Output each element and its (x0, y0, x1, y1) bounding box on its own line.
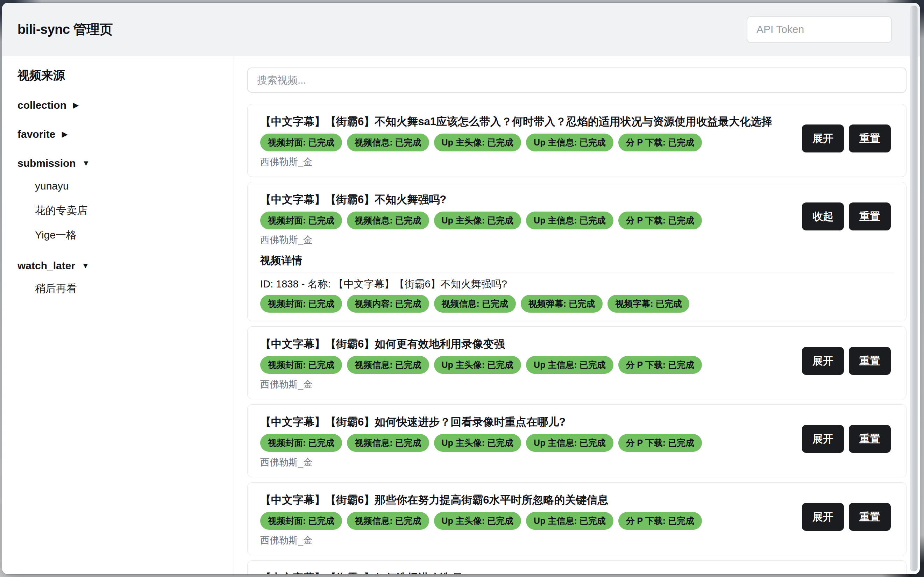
source-children: 稍后再看 (18, 281, 225, 296)
status-badge: 分 P 下载: 已完成 (618, 434, 702, 452)
status-badge: Up 主头像: 已完成 (434, 134, 521, 152)
video-author: 西佛勒斯_金 (260, 456, 893, 469)
status-badge: 视频信息: 已完成 (347, 356, 429, 374)
status-badge: 视频封面: 已完成 (260, 295, 342, 313)
sidebar-item-favorite[interactable]: favorite ▶ (18, 126, 225, 144)
details-id-line: ID: 1838 - 名称: 【中文字幕】【街霸6】不知火舞强吗? (260, 277, 893, 291)
video-list: 【中文字幕】【街霸6】不知火舞sa1应该怎么带入？何时带入？忍焰的适用状况与资源… (247, 104, 906, 574)
status-badge: 视频信息: 已完成 (434, 295, 516, 313)
source-label: collection (18, 99, 66, 111)
source-label: favorite (18, 128, 55, 140)
status-badge: 分 P 下载: 已完成 (618, 211, 702, 229)
sidebar-item-huade[interactable]: 花的专卖店 (18, 203, 225, 218)
video-title: 【中文字幕】【街霸6】不知火舞强吗? (260, 192, 785, 207)
video-card: 【中文字幕】【街霸6】那些你在努力提高街霸6水平时所忽略的关键信息 视频封面: … (247, 482, 906, 555)
status-badge: 视频封面: 已完成 (260, 356, 342, 374)
status-badge: 视频信息: 已完成 (347, 512, 429, 530)
video-title: 【中文字幕】【街霸6】如何选择进攻选项? (260, 571, 785, 574)
video-author: 西佛勒斯_金 (260, 534, 893, 546)
reset-button[interactable]: 重置 (849, 425, 891, 453)
status-badge: Up 主信息: 已完成 (526, 134, 613, 152)
source-group-favorite: favorite ▶ (18, 126, 225, 144)
video-title: 【中文字幕】【街霸6】那些你在努力提高街霸6水平时所忽略的关键信息 (260, 492, 785, 508)
status-badges: 视频封面: 已完成 视频信息: 已完成 Up 主头像: 已完成 Up 主信息: … (260, 211, 893, 229)
video-details: 视频详情 ID: 1838 - 名称: 【中文字幕】【街霸6】不知火舞强吗? 视… (260, 253, 893, 313)
video-title: 【中文字幕】【街霸6】如何快速进步？回看录像时重点在哪儿? (260, 414, 785, 430)
source-group-watch-later: watch_later ▼ 稍后再看 (18, 257, 225, 296)
expand-button[interactable]: 展开 (802, 347, 844, 375)
sidebar-item-watch-later[interactable]: watch_later ▼ (18, 257, 225, 275)
status-badge: Up 主信息: 已完成 (526, 434, 613, 452)
video-card-expanded: 【中文字幕】【街霸6】不知火舞强吗? 视频封面: 已完成 视频信息: 已完成 U… (247, 182, 906, 321)
status-badge: 视频封面: 已完成 (260, 134, 342, 152)
video-title: 【中文字幕】【街霸6】如何更有效地利用录像变强 (260, 337, 785, 352)
chevron-down-icon: ▼ (82, 159, 90, 168)
status-badge: Up 主头像: 已完成 (434, 434, 521, 452)
chevron-right-icon: ▶ (62, 130, 68, 139)
sidebar-heading: 视频来源 (18, 67, 225, 84)
details-status-badges: 视频封面: 已完成 视频内容: 已完成 视频信息: 已完成 视频弹幕: 已完成 … (260, 295, 893, 313)
status-badge: 视频信息: 已完成 (347, 434, 429, 452)
status-badges: 视频封面: 已完成 视频信息: 已完成 Up 主头像: 已完成 Up 主信息: … (260, 356, 893, 374)
status-badge: 分 P 下载: 已完成 (618, 134, 702, 152)
page-title: bili-sync 管理页 (18, 21, 113, 39)
collapse-button[interactable]: 收起 (802, 203, 844, 230)
status-badge: 分 P 下载: 已完成 (618, 356, 702, 374)
video-card: 【中文字幕】【街霸6】如何快速进步？回看录像时重点在哪儿? 视频封面: 已完成 … (247, 404, 906, 477)
status-badge: 视频内容: 已完成 (347, 295, 429, 313)
status-badge: Up 主信息: 已完成 (526, 211, 613, 229)
reset-button[interactable]: 重置 (849, 124, 891, 153)
card-actions: 展开 重置 (802, 425, 891, 453)
sidebar-item-shaohou[interactable]: 稍后再看 (18, 281, 225, 296)
api-token-input[interactable] (747, 16, 892, 43)
status-badge: Up 主头像: 已完成 (434, 512, 521, 530)
status-badge: 分 P 下载: 已完成 (618, 512, 702, 530)
source-label: submission (18, 157, 76, 169)
card-actions: 展开 重置 (802, 347, 891, 375)
sidebar-item-yunayu[interactable]: yunayu (18, 178, 225, 194)
status-badge: 视频弹幕: 已完成 (521, 295, 603, 313)
status-badges: 视频封面: 已完成 视频信息: 已完成 Up 主头像: 已完成 Up 主信息: … (260, 134, 893, 152)
source-label: watch_later (18, 260, 75, 271)
source-group-submission: submission ▼ yunayu 花的专卖店 Yige一格 (18, 155, 225, 243)
chevron-right-icon: ▶ (73, 101, 79, 110)
video-card: 【中文字幕】【街霸6】不知火舞sa1应该怎么带入？何时带入？忍焰的适用状况与资源… (247, 104, 906, 177)
app-header: bili-sync 管理页 (2, 3, 920, 56)
sidebar-item-yige[interactable]: Yige一格 (18, 227, 225, 243)
app-window: bili-sync 管理页 视频来源 collection ▶ favorite… (2, 3, 920, 574)
status-badges: 视频封面: 已完成 视频信息: 已完成 Up 主头像: 已完成 Up 主信息: … (260, 512, 893, 530)
reset-button[interactable]: 重置 (849, 203, 891, 230)
status-badge: 视频封面: 已完成 (260, 211, 342, 229)
details-divider (260, 272, 893, 272)
status-badge: Up 主信息: 已完成 (526, 512, 613, 530)
details-heading: 视频详情 (260, 253, 893, 268)
main-column: 【中文字幕】【街霸6】不知火舞sa1应该怎么带入？何时带入？忍焰的适用状况与资源… (234, 56, 920, 574)
reset-button[interactable]: 重置 (849, 503, 891, 531)
video-card: 【中文字幕】【街霸6】如何选择进攻选项? 视频封面: 已完成 视频信息: 已完成… (247, 560, 906, 574)
video-card: 【中文字幕】【街霸6】如何更有效地利用录像变强 视频封面: 已完成 视频信息: … (247, 326, 906, 399)
source-children: yunayu 花的专卖店 Yige一格 (18, 178, 225, 243)
reset-button[interactable]: 重置 (849, 347, 891, 375)
expand-button[interactable]: 展开 (802, 124, 844, 153)
scrollbar-thumb[interactable] (910, 6, 918, 571)
status-badges: 视频封面: 已完成 视频信息: 已完成 Up 主头像: 已完成 Up 主信息: … (260, 434, 893, 452)
video-author: 西佛勒斯_金 (260, 378, 893, 391)
video-author: 西佛勒斯_金 (260, 234, 893, 246)
video-author: 西佛勒斯_金 (260, 156, 893, 168)
status-badge: 视频信息: 已完成 (347, 134, 429, 152)
status-badge: Up 主头像: 已完成 (434, 211, 521, 229)
expand-button[interactable]: 展开 (802, 503, 844, 531)
sidebar-item-submission[interactable]: submission ▼ (18, 155, 225, 173)
status-badge: 视频信息: 已完成 (347, 211, 429, 229)
status-badge: 视频封面: 已完成 (260, 512, 342, 530)
content-row: 视频来源 collection ▶ favorite ▶ submission … (2, 56, 920, 574)
status-badge: Up 主头像: 已完成 (434, 356, 521, 374)
expand-button[interactable]: 展开 (802, 425, 844, 453)
sidebar-item-collection[interactable]: collection ▶ (18, 97, 225, 115)
status-badge: Up 主信息: 已完成 (526, 356, 613, 374)
status-badge: 视频封面: 已完成 (260, 434, 342, 452)
status-badge: 视频字幕: 已完成 (608, 295, 689, 313)
search-input[interactable] (247, 68, 906, 93)
source-group-collection: collection ▶ (18, 97, 225, 115)
card-actions: 展开 重置 (802, 503, 891, 531)
